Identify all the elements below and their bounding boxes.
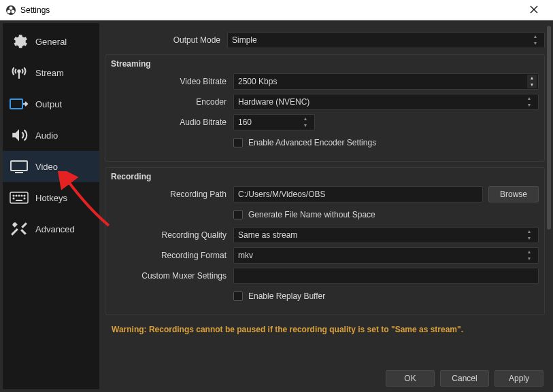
svg-point-14 xyxy=(13,198,14,199)
chevron-updown-icon: ▲▼ xyxy=(524,95,534,109)
sidebar-item-hotkeys[interactable]: Hotkeys xyxy=(3,182,99,213)
chevron-updown-icon: ▲▼ xyxy=(524,228,534,242)
close-button[interactable] xyxy=(520,5,548,16)
filename-nospace-label: Generate File Name without Space xyxy=(248,210,375,219)
cancel-button[interactable]: Cancel xyxy=(440,370,489,387)
sidebar-item-label: Video xyxy=(35,162,58,172)
footer-buttons: OK Cancel Apply xyxy=(386,370,543,387)
video-bitrate-value: 2500 Kbps xyxy=(238,77,534,86)
svg-point-10 xyxy=(16,195,17,196)
sidebar-item-video[interactable]: Video xyxy=(3,151,99,182)
sidebar: General Stream Output Audio xyxy=(3,23,99,389)
audio-bitrate-label: Audio Bitrate xyxy=(111,118,233,127)
recording-quality-label: Recording Quality xyxy=(111,230,233,240)
replay-buffer-label: Enable Replay Buffer xyxy=(248,291,325,301)
video-bitrate-label: Video Bitrate xyxy=(111,77,233,86)
app-icon xyxy=(5,5,16,16)
svg-point-9 xyxy=(13,195,14,196)
recording-quality-value: Same as stream xyxy=(238,230,297,240)
speaker-icon xyxy=(10,126,29,145)
recording-format-select[interactable]: mkv ▲▼ xyxy=(233,247,539,264)
body: General Stream Output Audio xyxy=(0,20,553,392)
recording-format-label: Recording Format xyxy=(111,251,233,260)
recording-path-input[interactable] xyxy=(233,186,483,202)
sidebar-item-label: Hotkeys xyxy=(35,193,67,203)
recording-title: Recording xyxy=(111,172,539,181)
ok-button[interactable]: OK xyxy=(386,370,435,387)
svg-point-15 xyxy=(24,198,25,199)
streaming-title: Streaming xyxy=(111,59,539,69)
titlebar: Settings xyxy=(0,0,553,20)
sidebar-item-label: General xyxy=(35,37,67,47)
chevron-updown-icon: ▲▼ xyxy=(531,33,540,47)
sidebar-item-output[interactable]: Output xyxy=(3,88,99,120)
svg-rect-5 xyxy=(10,99,22,109)
chevron-updown-icon: ▲▼ xyxy=(301,115,310,129)
recording-format-value: mkv xyxy=(238,251,253,260)
output-icon xyxy=(10,94,29,113)
encoder-select[interactable]: Hardware (NVENC) ▲▼ xyxy=(233,94,539,110)
sidebar-item-audio[interactable]: Audio xyxy=(3,120,99,151)
chevron-updown-icon: ▲▼ xyxy=(524,249,534,262)
scrollbar-thumb[interactable] xyxy=(547,26,551,230)
svg-point-3 xyxy=(12,10,15,13)
browse-button[interactable]: Browse xyxy=(488,186,539,202)
gear-icon xyxy=(10,32,29,51)
muxer-label: Custom Muxer Settings xyxy=(111,271,233,281)
content-panel: Output Mode Simple ▲▼ Streaming Video Bi… xyxy=(102,20,553,392)
svg-point-1 xyxy=(10,6,13,10)
apply-button[interactable]: Apply xyxy=(495,370,543,387)
encoder-value: Hardware (NVENC) xyxy=(238,97,309,107)
sidebar-item-stream[interactable]: Stream xyxy=(3,57,99,88)
advanced-encoder-label: Enable Advanced Encoder Settings xyxy=(248,138,376,147)
sidebar-item-general[interactable]: General xyxy=(3,26,99,57)
settings-window: Settings General Stream xyxy=(0,0,553,392)
svg-point-12 xyxy=(21,195,22,196)
output-mode-value: Simple xyxy=(232,35,257,45)
sidebar-item-advanced[interactable]: Advanced xyxy=(3,213,99,245)
svg-rect-6 xyxy=(11,161,27,171)
audio-bitrate-value: 160 xyxy=(238,118,252,127)
monitor-icon xyxy=(10,157,29,176)
antenna-icon xyxy=(10,63,29,82)
output-mode-select[interactable]: Simple ▲▼ xyxy=(227,32,545,48)
scrollbar[interactable] xyxy=(546,24,552,364)
filename-nospace-checkbox[interactable] xyxy=(233,210,243,219)
svg-point-2 xyxy=(7,10,11,13)
streaming-group: Streaming Video Bitrate 2500 Kbps ▲▼ Enc… xyxy=(105,54,545,162)
advanced-encoder-checkbox[interactable] xyxy=(233,138,243,147)
spin-buttons[interactable]: ▲▼ xyxy=(527,75,537,88)
encoder-label: Encoder xyxy=(111,97,233,107)
output-mode-label: Output Mode xyxy=(105,35,227,45)
sidebar-item-label: Advanced xyxy=(35,224,75,234)
muxer-input[interactable] xyxy=(233,268,539,284)
sidebar-item-label: Stream xyxy=(35,68,64,78)
recording-group: Recording Recording Path Browse Generate… xyxy=(105,167,545,315)
output-mode-row: Output Mode Simple ▲▼ xyxy=(105,31,545,49)
warning-text: Warning: Recordings cannot be paused if … xyxy=(105,315,545,344)
recording-path-label: Recording Path xyxy=(111,190,233,199)
video-bitrate-spin[interactable]: 2500 Kbps ▲▼ xyxy=(233,73,539,90)
audio-bitrate-select[interactable]: 160 ▲▼ xyxy=(233,114,315,130)
sidebar-item-label: Audio xyxy=(35,130,58,141)
tools-icon xyxy=(10,219,29,238)
window-title: Settings xyxy=(20,5,520,15)
svg-point-11 xyxy=(18,195,20,196)
recording-quality-select[interactable]: Same as stream ▲▼ xyxy=(233,227,539,243)
sidebar-item-label: Output xyxy=(35,99,62,109)
keyboard-icon xyxy=(10,188,29,207)
svg-point-13 xyxy=(24,195,25,196)
replay-buffer-checkbox[interactable] xyxy=(233,291,243,301)
